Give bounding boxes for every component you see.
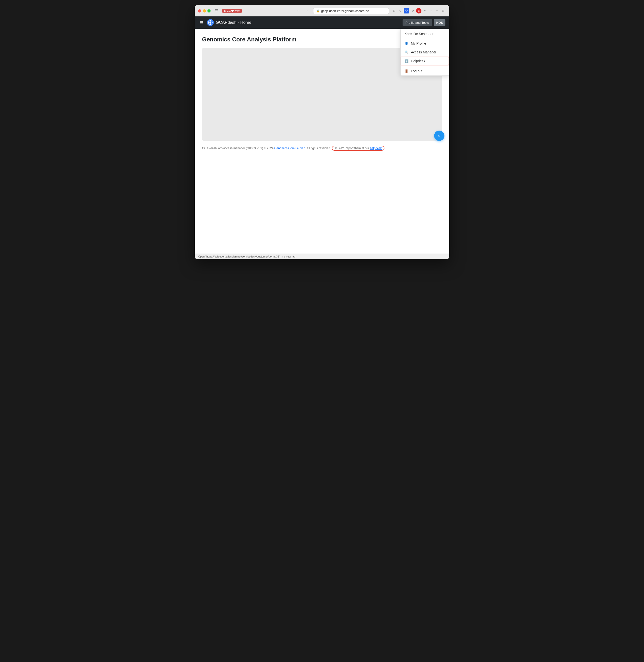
profile-b-icon[interactable]: B <box>416 8 421 14</box>
footer: GCAPdash iam-access-manager (fa00633c59)… <box>202 146 442 151</box>
back-button[interactable]: ‹ <box>295 7 301 14</box>
app-navbar: ☰ GCAPdash - Home Profile and Tools KDS <box>195 17 449 29</box>
forward-button[interactable]: › <box>304 7 311 14</box>
extension-icon[interactable]: ✦ <box>422 8 428 14</box>
person-icon: 👤 <box>405 42 409 45</box>
app-main: Genomics Core Analysis Platform GCAPdash… <box>195 29 449 156</box>
minimize-button[interactable] <box>203 9 206 13</box>
org-link[interactable]: Genomics Core Leuven <box>274 147 305 150</box>
issues-text: Issues? Report them at our <box>334 147 370 150</box>
dropdown-item-access-manager[interactable]: 🔍 Access Manager <box>400 48 449 57</box>
navbar-right: Profile and Tools KDS <box>402 19 445 26</box>
logout-label: Log out <box>411 69 422 73</box>
sidebar-toggle-button[interactable] <box>213 7 220 14</box>
status-text: Open "https://uzleuven.atlassian.net/ser… <box>198 255 295 258</box>
url-text: gcap-dash-karel.genomicscore.be <box>321 9 369 13</box>
traffic-lights <box>198 9 211 13</box>
dropdown-item-helpdesk[interactable]: ℹ️ Helpdesk <box>400 57 449 65</box>
below-fold-area <box>195 156 449 253</box>
status-bar: Open "https://uzleuven.atlassian.net/ser… <box>195 253 449 259</box>
footer-base-text: GCAPdash iam-access-manager (fa00633c59)… <box>202 147 274 150</box>
tab-sublabel: Work <box>235 9 240 12</box>
app-logo-icon <box>207 19 214 26</box>
user-badge[interactable]: KDS <box>434 19 445 26</box>
logout-icon: 🚪 <box>405 69 409 73</box>
tab-bar: ⊞ GCAP Work <box>222 9 292 13</box>
app-logo-area: GCAPdash - Home <box>207 19 252 26</box>
floating-nav-button[interactable]: ‹› <box>434 131 444 141</box>
issues-period: . <box>382 147 383 150</box>
dropdown-item-profile[interactable]: 👤 My Profile <box>400 39 449 48</box>
share-icon[interactable]: ↑ <box>428 8 434 14</box>
settings-icon[interactable]: ⚙ <box>410 8 415 14</box>
dropdown-menu: Karel De Schepper 👤 My Profile 🔍 Access … <box>400 29 449 76</box>
footer-rights-text: . All rights reserved. <box>305 147 331 150</box>
info-icon: ℹ️ <box>405 59 409 63</box>
dropdown-username: Karel De Schepper <box>400 29 449 39</box>
svg-rect-0 <box>215 9 218 10</box>
hamburger-button[interactable]: ☰ <box>199 19 204 26</box>
add-tab-icon[interactable]: + <box>434 8 440 14</box>
profile-tools-button[interactable]: Profile and Tools <box>402 19 432 26</box>
maximize-button[interactable] <box>207 9 211 13</box>
extension-icons: ⊡ ↻ 🛡 ⚙ B ✦ ↑ + ⊞ <box>392 8 446 14</box>
refresh-icon[interactable]: ↻ <box>398 8 403 14</box>
shield-icon[interactable]: 🛡 <box>404 8 409 14</box>
translate-icon[interactable]: ⊡ <box>392 8 397 14</box>
active-tab[interactable]: ⊞ GCAP Work <box>222 9 242 13</box>
app-title: GCAPdash - Home <box>216 20 252 25</box>
helpdesk-link[interactable]: helpdesk <box>370 147 382 150</box>
my-profile-label: My Profile <box>411 41 426 45</box>
tab-grid-icon[interactable]: ⊞ <box>440 8 446 14</box>
helpdesk-menu-label: Helpdesk <box>411 59 425 63</box>
lock-icon: 🔒 <box>316 9 320 13</box>
issues-text-badge: Issues? Report them at our helpdesk. <box>332 146 385 151</box>
navbar-left: ☰ GCAPdash - Home <box>199 19 252 26</box>
browser-chrome: ⊞ GCAP Work ‹ › 🔒 gcap-dash-karel.genomi… <box>195 5 449 17</box>
close-button[interactable] <box>198 9 201 13</box>
chevron-left-right-icon: ‹› <box>438 134 441 138</box>
address-bar[interactable]: 🔒 gcap-dash-karel.genomicscore.be <box>313 7 389 14</box>
access-manager-label: Access Manager <box>411 50 436 54</box>
svg-rect-1 <box>215 10 218 11</box>
tab-icon: ⊞ <box>224 9 226 12</box>
tab-label: GCAP <box>227 9 234 12</box>
search-icon: 🔍 <box>405 50 409 54</box>
dropdown-item-logout[interactable]: 🚪 Log out <box>400 67 449 75</box>
app-content-wrapper: Genomics Core Analysis Platform GCAPdash… <box>195 29 449 253</box>
